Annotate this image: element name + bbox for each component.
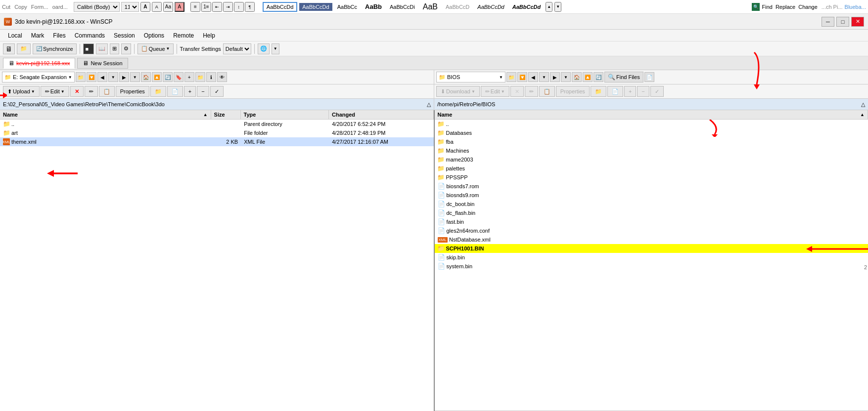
table-row[interactable]: 📁 .. bbox=[435, 120, 868, 128]
left-drive-combo[interactable]: 📁 E: Seagate Expansion ▼ bbox=[2, 72, 75, 82]
menu-local[interactable]: Local bbox=[4, 31, 26, 40]
toolbar-arrow-btn[interactable]: ▼ bbox=[272, 43, 279, 54]
table-row[interactable]: XML NstDatabase.xml bbox=[435, 235, 868, 244]
delete-right-btn[interactable]: ✕ bbox=[510, 86, 524, 97]
right-newfile-btn[interactable]: 📄 bbox=[644, 72, 654, 82]
menu-commands[interactable]: Commands bbox=[71, 31, 109, 40]
numberedlist-btn[interactable]: 1≡ bbox=[201, 2, 211, 12]
download-btn[interactable]: ⬇ Download ▼ bbox=[436, 86, 480, 97]
table-row[interactable]: 📄 gles2n64rom.conf bbox=[435, 226, 868, 235]
table-row[interactable]: 📄 biosnds9.rom bbox=[435, 191, 868, 200]
left-dropdown2-btn[interactable]: ▼ bbox=[130, 72, 140, 82]
style-heading4[interactable]: AaBbCcDi bbox=[387, 3, 418, 11]
outdent-btn[interactable]: ⇥ bbox=[223, 2, 233, 12]
list-btn[interactable]: ≡ bbox=[190, 2, 200, 12]
table-row[interactable]: 📄 biosnds7.rom bbox=[435, 182, 868, 191]
left-col-name[interactable]: Name ▲ bbox=[0, 110, 211, 119]
left-dropdown-btn[interactable]: ▼ bbox=[108, 72, 118, 82]
style-heading1[interactable]: AaBbCcDd bbox=[299, 3, 332, 11]
sort-btn[interactable]: ↕ bbox=[234, 2, 244, 12]
right-dropdown2-btn[interactable]: ▼ bbox=[561, 72, 571, 82]
change-case-btn[interactable]: Aa bbox=[163, 2, 173, 12]
left-open-btn[interactable]: 📁 bbox=[76, 72, 86, 82]
properties-left-btn[interactable]: Properties bbox=[116, 86, 149, 97]
rename-right-btn[interactable]: ✏ bbox=[525, 86, 538, 97]
table-row[interactable]: 📄 skip.bin bbox=[435, 253, 868, 262]
table-row[interactable]: 📁 palettes bbox=[435, 164, 868, 173]
menu-files[interactable]: Files bbox=[49, 31, 69, 40]
left-add-bookmark-btn[interactable]: + bbox=[184, 72, 194, 82]
edit-right-btn[interactable]: ✏ Edit ▼ bbox=[481, 86, 509, 97]
table-row[interactable]: 📄 dc_boot.bin bbox=[435, 200, 868, 208]
plus-right-btn[interactable]: + bbox=[624, 86, 636, 97]
right-up-btn[interactable]: 🔼 bbox=[583, 72, 593, 82]
table-row[interactable]: 📁 PPSSPP bbox=[435, 173, 868, 182]
table-row[interactable]: 📄 fast.bin bbox=[435, 217, 868, 226]
style-subtle[interactable]: AaBbCcDd bbox=[474, 3, 507, 11]
left-col-size[interactable]: Size bbox=[211, 110, 241, 119]
left-forward-btn[interactable]: ▶ bbox=[119, 72, 129, 82]
check-right-btn[interactable]: ✓ bbox=[650, 86, 664, 97]
toolbar-btn2[interactable]: 📖 bbox=[96, 43, 108, 54]
left-refresh-btn[interactable]: 🔄 bbox=[163, 72, 173, 82]
font-grow-btn[interactable]: A bbox=[140, 2, 150, 12]
font-shrink-btn[interactable]: A bbox=[152, 2, 162, 12]
styles-scroll-down[interactable]: ▼ bbox=[554, 2, 561, 12]
font-select[interactable]: Calibri (Body) bbox=[74, 2, 120, 12]
right-refresh-btn[interactable]: 🔄 bbox=[594, 72, 603, 82]
queue-btn[interactable]: 📋 Queue ▼ bbox=[137, 43, 174, 54]
menu-help[interactable]: Help bbox=[199, 31, 219, 40]
left-hidden-btn[interactable]: 👁 bbox=[217, 72, 227, 82]
style-normal[interactable]: AaBbCcDd bbox=[263, 2, 297, 12]
table-row[interactable]: 📁 art File folder 4/28/2017 2:48:19 PM bbox=[0, 128, 434, 137]
newfolder-right-btn[interactable]: 📁 bbox=[591, 86, 606, 97]
left-filter-btn[interactable]: 🔽 bbox=[87, 72, 96, 82]
right-col-name[interactable]: Name ▲ bbox=[435, 110, 868, 119]
synchronize-btn[interactable]: 🔄 Synchronize bbox=[33, 43, 77, 54]
edit-left-btn[interactable]: ✏ Edit ▼ bbox=[41, 86, 69, 97]
toolbar-btn3[interactable]: ⊞ bbox=[110, 43, 119, 54]
table-row[interactable]: 📁 Machines bbox=[435, 146, 868, 155]
style-heading2[interactable]: AaBbCc bbox=[334, 3, 360, 11]
menu-mark[interactable]: Mark bbox=[27, 31, 48, 40]
left-file-list[interactable]: 📁 .. Parent directory 4/20/2017 6:52:24 … bbox=[0, 120, 434, 411]
upload-btn[interactable]: ⬆ Upload ▼ bbox=[3, 86, 40, 97]
table-row[interactable]: 📁 mame2003 bbox=[435, 155, 868, 164]
right-home-btn[interactable]: 🏠 bbox=[572, 72, 582, 82]
minus-right-btn[interactable]: − bbox=[637, 86, 649, 97]
left-up-btn[interactable]: 🔼 bbox=[152, 72, 162, 82]
menu-remote[interactable]: Remote bbox=[169, 31, 198, 40]
properties-right-btn[interactable]: Properties bbox=[556, 86, 590, 97]
newfile-left-btn[interactable]: 📄 bbox=[167, 86, 183, 97]
right-filter-btn[interactable]: 🔽 bbox=[517, 72, 527, 82]
transfer-settings-select[interactable]: Default bbox=[223, 43, 251, 54]
check-left-btn[interactable]: ✓ bbox=[210, 86, 224, 97]
left-props-btn[interactable]: ℹ bbox=[206, 72, 216, 82]
indent-btn[interactable]: ⇤ bbox=[212, 2, 222, 12]
left-col-changed[interactable]: Changed bbox=[329, 110, 434, 119]
copy-right-btn[interactable]: 📋 bbox=[539, 86, 555, 97]
style-title[interactable]: AaB bbox=[420, 1, 441, 12]
right-back-btn[interactable]: ◀ bbox=[528, 72, 538, 82]
style-heading3[interactable]: AaBb bbox=[362, 2, 385, 11]
maximize-btn[interactable]: □ bbox=[836, 17, 849, 27]
session-tab-active[interactable]: 🖥 kevin-pi@192.168.xxx bbox=[3, 58, 75, 69]
table-row[interactable]: XML theme.xml 2 KB XML File 4/27/2017 12… bbox=[0, 137, 434, 146]
settings-btn[interactable]: ⚙ bbox=[121, 43, 131, 54]
highlight-btn[interactable]: A bbox=[175, 2, 184, 12]
black-square-btn[interactable]: ■ bbox=[83, 43, 94, 54]
table-row[interactable]: 📁 .. Parent directory 4/20/2017 6:52:24 … bbox=[0, 120, 434, 128]
minimize-btn[interactable]: ─ bbox=[822, 17, 834, 27]
newfolder-left-btn[interactable]: 📁 bbox=[150, 86, 166, 97]
table-row[interactable]: 📁 fba bbox=[435, 137, 868, 146]
table-row[interactable]: 📁 SCPH1001.BIN bbox=[435, 244, 868, 253]
left-col-type[interactable]: Type bbox=[241, 110, 329, 119]
find-files-btn[interactable]: 🔍 Find Files bbox=[604, 72, 643, 82]
right-file-list[interactable]: 📁 .. 📁 Databases bbox=[435, 120, 868, 411]
table-row[interactable]: 📁 Databases bbox=[435, 128, 868, 137]
open-dir-btn[interactable]: 📁 bbox=[17, 43, 31, 54]
close-btn[interactable]: ✕ bbox=[851, 17, 864, 27]
copy-left-btn[interactable]: 📋 bbox=[99, 86, 115, 97]
left-newfolder-btn[interactable]: 📁 bbox=[195, 72, 205, 82]
styles-scroll-up[interactable]: ▲ bbox=[546, 2, 552, 12]
